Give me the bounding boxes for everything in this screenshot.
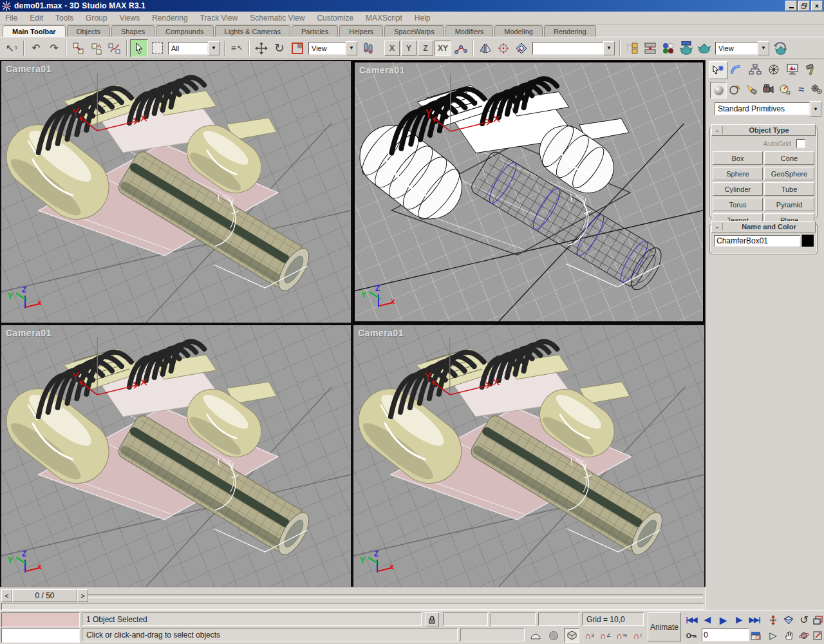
menu-views[interactable]: Views: [119, 14, 140, 23]
percent-snap-icon[interactable]: ∩%: [614, 628, 629, 643]
cone-button[interactable]: Cone: [764, 151, 814, 165]
arc-rotate-selected-button[interactable]: [797, 628, 811, 643]
cameras-category-button[interactable]: [760, 82, 776, 97]
modify-panel-tab[interactable]: [727, 61, 745, 78]
select-object-button[interactable]: [130, 39, 148, 57]
object-color-swatch[interactable]: [801, 234, 814, 247]
sphere-button[interactable]: Sphere: [713, 167, 763, 180]
viewport-label[interactable]: Camera01: [6, 64, 52, 74]
minimize-button[interactable]: [785, 1, 797, 11]
select-and-scale-button[interactable]: [288, 39, 306, 57]
zoom-extents-button[interactable]: [782, 612, 796, 627]
create-panel-tab[interactable]: [709, 61, 728, 79]
crossing-selection-toggle[interactable]: [528, 628, 543, 643]
next-frame-button[interactable]: |▶: [731, 612, 745, 627]
spinner-snap-icon[interactable]: ∩↕: [630, 628, 645, 643]
material-editor-button[interactable]: [659, 39, 677, 57]
menu-track-view[interactable]: Track View: [200, 14, 238, 23]
quick-render-button[interactable]: [695, 39, 713, 57]
rectangular-selection-region-button[interactable]: [148, 39, 166, 57]
systems-category-button[interactable]: [809, 82, 824, 97]
close-button[interactable]: ×: [811, 1, 823, 11]
viewport-label[interactable]: Camera01: [6, 328, 52, 338]
tube-button[interactable]: Tube: [764, 182, 814, 196]
time-slider-track[interactable]: [88, 594, 703, 598]
array-button[interactable]: [494, 39, 512, 57]
torus-button[interactable]: Torus: [713, 198, 763, 211]
box-button[interactable]: Box: [713, 151, 763, 165]
viewport-bottom-right[interactable]: Camera01 ZYx: [353, 325, 704, 587]
restore-button[interactable]: [798, 1, 810, 11]
menu-tools[interactable]: Tools: [55, 14, 73, 23]
viewport-top-right-active[interactable]: Camera01 ZYx: [353, 61, 704, 323]
tab-shapes[interactable]: Shapes: [111, 25, 154, 37]
render-last-button[interactable]: [771, 39, 789, 57]
geometry-category-button[interactable]: [710, 82, 727, 99]
menu-schematic-view[interactable]: Schematic View: [250, 14, 304, 23]
time-slider-thumb[interactable]: 0 / 50: [12, 589, 77, 602]
select-and-move-button[interactable]: [252, 39, 270, 57]
previous-frame-button[interactable]: ◀|: [700, 612, 715, 627]
arc-rotate-button[interactable]: ↺: [797, 612, 811, 627]
restrict-xy-plane-button[interactable]: XY: [435, 41, 451, 56]
dropdown-arrow-icon[interactable]: ▼: [208, 41, 220, 55]
viewport-bottom-left[interactable]: Camera01 ZYx: [1, 325, 351, 587]
motion-panel-tab[interactable]: [765, 61, 783, 78]
redo-button[interactable]: ↷: [45, 39, 63, 57]
menu-customize[interactable]: Customize: [317, 14, 353, 23]
tab-particles[interactable]: Particles: [292, 25, 338, 37]
cylinder-button[interactable]: Cylinder: [713, 182, 763, 196]
lights-category-button[interactable]: [744, 82, 759, 97]
tab-objects[interactable]: Objects: [67, 25, 110, 37]
min-max-toggle-button[interactable]: [811, 612, 824, 627]
add-time-tag-field[interactable]: [460, 628, 525, 641]
utilities-panel-tab[interactable]: [802, 61, 820, 78]
helpers-category-button[interactable]: [777, 82, 792, 97]
play-button[interactable]: ▶: [716, 612, 730, 627]
render-scene-button[interactable]: [677, 39, 695, 57]
primitives-category-dropdown[interactable]: Standard Primitives ▼: [715, 102, 821, 115]
display-panel-tab[interactable]: [783, 61, 801, 78]
viewport-label[interactable]: Camera01: [358, 328, 404, 338]
viewport-top-left[interactable]: Camera01 ZYx: [1, 61, 351, 323]
dropdown-arrow-icon[interactable]: ▼: [346, 41, 357, 55]
render-type-dropdown[interactable]: View ▼: [715, 42, 769, 55]
tab-lights-cameras[interactable]: Lights & Cameras: [215, 25, 290, 37]
tab-main-toolbar[interactable]: Main Toolbar: [3, 25, 66, 37]
hierarchy-panel-tab[interactable]: [746, 61, 764, 78]
region-zoom-button[interactable]: [811, 628, 824, 643]
unlink-selection-icon[interactable]: [88, 39, 106, 57]
pan-button[interactable]: [782, 628, 796, 643]
menu-rendering[interactable]: Rendering: [152, 14, 187, 23]
autogrid-checkbox[interactable]: [796, 139, 805, 148]
menu-maxscript[interactable]: MAXScript: [366, 14, 402, 23]
window-selection-toggle[interactable]: [546, 628, 561, 643]
track-view-button[interactable]: [623, 39, 641, 57]
select-and-rotate-button[interactable]: ↻: [270, 39, 288, 57]
tab-compounds[interactable]: Compounds: [156, 25, 213, 37]
shapes-category-button[interactable]: [727, 82, 742, 97]
tab-helpers[interactable]: Helpers: [339, 25, 383, 37]
viewport-label[interactable]: Camera01: [359, 65, 405, 75]
undo-button[interactable]: ↶: [27, 39, 45, 57]
bind-to-spacewarp-icon[interactable]: [106, 39, 124, 57]
align-button[interactable]: [512, 39, 530, 57]
select-and-link-icon[interactable]: [70, 39, 88, 57]
pyramid-button[interactable]: Pyramid: [764, 198, 814, 211]
tab-rendering[interactable]: Rendering: [544, 25, 596, 37]
help-mode-icon[interactable]: ↖?: [3, 39, 21, 57]
time-configuration-button[interactable]: [748, 628, 763, 643]
dropdown-arrow-icon[interactable]: ▼: [603, 41, 615, 55]
current-frame-field[interactable]: [702, 629, 749, 641]
go-to-end-button[interactable]: ▶▶|: [747, 612, 762, 627]
use-pivot-point-button[interactable]: [359, 39, 377, 57]
animate-button[interactable]: Animate: [648, 612, 681, 641]
time-slider-next-button[interactable]: >: [77, 589, 88, 602]
key-mode-toggle[interactable]: [684, 628, 699, 643]
name-color-rollout-header[interactable]: - Name and Color: [711, 221, 816, 232]
restrict-y-button[interactable]: Y: [401, 41, 417, 56]
menu-edit[interactable]: Edit: [30, 14, 43, 23]
menu-help[interactable]: Help: [415, 14, 431, 23]
selection-lock-toggle[interactable]: [425, 612, 439, 627]
geosphere-button[interactable]: GeoSphere: [764, 167, 814, 180]
